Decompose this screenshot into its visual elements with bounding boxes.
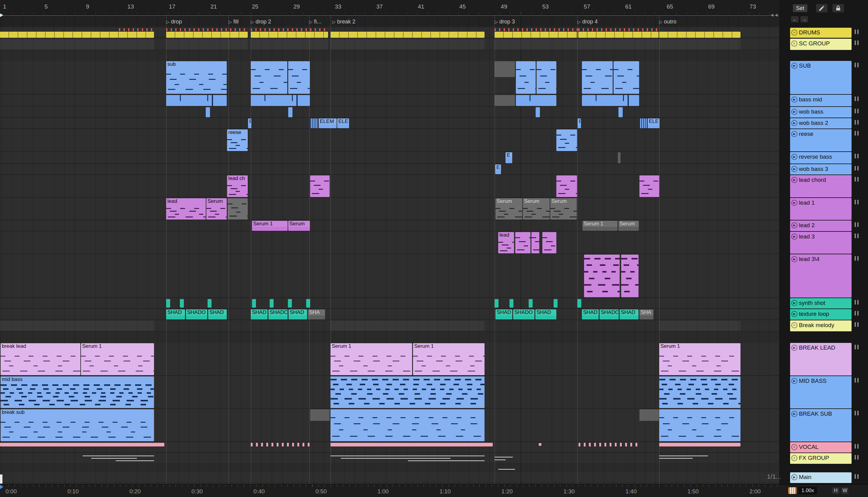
clip[interactable]: SHAD: [582, 309, 599, 320]
clip[interactable]: [516, 95, 556, 106]
clip[interactable]: [227, 198, 248, 219]
track-header-drums[interactable]: ≡DRUMS: [790, 28, 852, 38]
clip[interactable]: SHADO: [513, 309, 534, 320]
draw-mode-icon[interactable]: [816, 4, 828, 13]
track-header-scgroup[interactable]: ≡SC GROUP: [790, 39, 852, 50]
play-icon[interactable]: ▶: [791, 411, 797, 417]
locator-flag[interactable]: ▷fill: [229, 18, 239, 25]
clip[interactable]: Serum 1: [81, 343, 154, 375]
clip[interactable]: [310, 175, 329, 197]
clip[interactable]: Serum: [618, 221, 639, 231]
clip[interactable]: SHAD: [535, 309, 556, 320]
track-header-sub[interactable]: ▶SUB: [790, 61, 852, 94]
clip[interactable]: [310, 118, 318, 128]
playback-speed-display[interactable]: 1.00x: [798, 487, 817, 495]
clip[interactable]: [582, 61, 613, 94]
clip[interactable]: [288, 61, 310, 94]
clip[interactable]: [166, 39, 248, 49]
play-icon[interactable]: ▶: [791, 233, 797, 240]
clip[interactable]: [536, 61, 556, 94]
track-scroll-handle[interactable]: [855, 345, 858, 349]
clip[interactable]: [330, 409, 485, 441]
play-icon[interactable]: ▶: [791, 378, 797, 384]
clip[interactable]: SHAD: [289, 309, 307, 320]
clip[interactable]: lead: [498, 232, 514, 253]
clip[interactable]: Serum 1: [659, 343, 740, 375]
track-scroll-handle[interactable]: [855, 63, 858, 67]
play-icon[interactable]: ▶: [791, 256, 797, 262]
locator-flag[interactable]: ▷outro: [659, 18, 677, 25]
track-header-lead1[interactable]: ▶lead 1: [790, 198, 852, 220]
clip[interactable]: [531, 232, 539, 253]
clip[interactable]: [659, 409, 740, 441]
locator-flag[interactable]: ▷fi...: [309, 18, 321, 25]
track-scroll-handle[interactable]: [855, 177, 858, 182]
play-icon[interactable]: ▶: [791, 120, 797, 126]
clip[interactable]: ELE: [648, 118, 660, 128]
clip[interactable]: [251, 32, 328, 38]
track-scroll-handle[interactable]: [855, 455, 858, 459]
clip[interactable]: E: [495, 165, 501, 174]
clip[interactable]: [330, 321, 485, 331]
track-header-synthshot[interactable]: ▶synth shot: [790, 298, 852, 309]
group-fold-icon[interactable]: ≡: [791, 41, 797, 46]
track-header-reese[interactable]: ▶reese: [790, 129, 852, 151]
clip[interactable]: [208, 299, 211, 308]
clip[interactable]: [310, 409, 329, 421]
clip[interactable]: [510, 299, 513, 308]
track-header-lead2[interactable]: ▶lead 2: [790, 221, 852, 231]
clip[interactable]: [270, 299, 274, 308]
play-icon[interactable]: ▶: [791, 109, 797, 115]
clip[interactable]: [495, 299, 499, 308]
clip[interactable]: [542, 232, 556, 253]
track-header-textureloop[interactable]: ▶texture loop: [790, 309, 852, 320]
clip[interactable]: [251, 39, 328, 49]
clip[interactable]: [516, 61, 536, 94]
clip[interactable]: [0, 321, 154, 331]
track-scroll-handle[interactable]: [855, 97, 858, 101]
clip[interactable]: Serum 1: [583, 221, 618, 231]
track-header-bassmid[interactable]: ▶bass mid: [790, 95, 852, 106]
clip[interactable]: [515, 232, 530, 253]
clip[interactable]: [288, 299, 292, 308]
loop-start-marker[interactable]: [0, 13, 3, 17]
track-scroll-handle[interactable]: [855, 154, 858, 158]
zoom-width-button[interactable]: W: [841, 487, 849, 494]
track-header-breaklead[interactable]: ▶BREAK LEAD: [790, 343, 852, 375]
clip[interactable]: lead: [166, 198, 206, 219]
track-scroll-handle[interactable]: [855, 311, 858, 315]
clip[interactable]: [577, 299, 581, 308]
clip[interactable]: [0, 443, 164, 446]
clip[interactable]: reese: [227, 129, 248, 151]
clip[interactable]: [180, 299, 184, 308]
clip[interactable]: [614, 61, 639, 94]
track-scroll-handle[interactable]: [855, 233, 858, 238]
track-header-lead3[interactable]: ▶lead 3: [790, 232, 852, 254]
play-icon[interactable]: ▶: [791, 311, 797, 317]
clip[interactable]: [0, 39, 154, 49]
track-header-wobbass2[interactable]: ▶wob bass 2: [790, 118, 852, 128]
group-fold-icon[interactable]: ≡: [791, 30, 797, 36]
audio-meter-icon[interactable]: [788, 487, 796, 494]
track-scroll-handle[interactable]: [855, 411, 858, 415]
track-header-breakmelody[interactable]: ≡Break melody: [790, 321, 852, 331]
play-icon[interactable]: ▶: [791, 177, 797, 183]
clip[interactable]: [495, 95, 515, 106]
clip[interactable]: Serum: [288, 221, 310, 231]
locator-flag[interactable]: ▷drop: [166, 18, 182, 25]
clip[interactable]: [495, 32, 577, 38]
clip[interactable]: Serum: [206, 198, 227, 219]
clip[interactable]: [659, 377, 740, 408]
clip[interactable]: [536, 107, 540, 117]
clip[interactable]: SHADO: [600, 309, 619, 320]
clip[interactable]: Serum: [550, 198, 577, 219]
track-header-wobbass3[interactable]: ▶wob bass 3: [790, 164, 852, 174]
track-scroll-handle[interactable]: [855, 120, 858, 125]
clip[interactable]: [251, 61, 287, 94]
clip[interactable]: [0, 32, 154, 38]
track-scroll-handle[interactable]: [855, 41, 858, 45]
clip[interactable]: SHAD: [251, 309, 267, 320]
clip[interactable]: SHA: [639, 309, 653, 320]
clip[interactable]: [529, 299, 533, 308]
clip[interactable]: [252, 299, 256, 308]
